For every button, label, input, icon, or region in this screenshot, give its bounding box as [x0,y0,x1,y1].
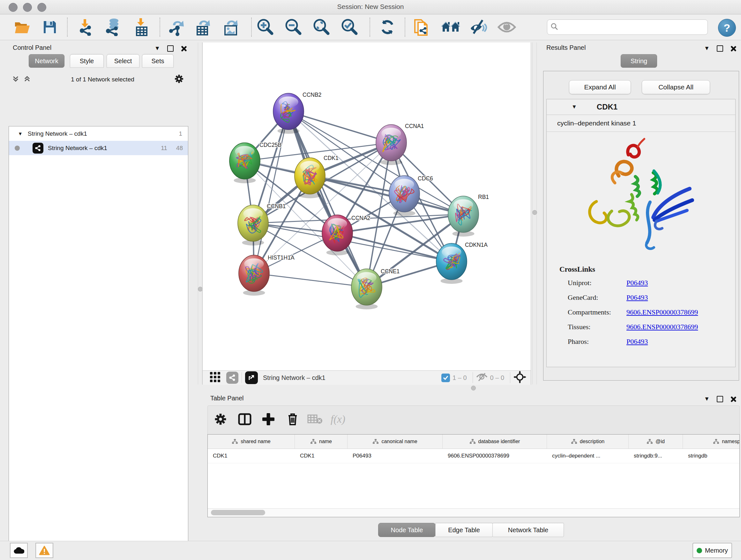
panel-float-icon[interactable] [167,45,174,52]
save-session-icon[interactable] [39,18,61,36]
tab-string[interactable]: String [621,54,657,68]
column-header-shared-name[interactable]: shared name [208,435,295,449]
node-HIST1H1A[interactable]: HIST1H1A [239,254,294,296]
search-input[interactable] [561,22,708,32]
column-header-database-identifier[interactable]: database identifier [443,435,547,449]
expand-all-button[interactable]: Expand All [569,80,631,94]
splitter-handle-icon[interactable] [198,287,203,292]
memory-button[interactable]: Memory [692,543,732,558]
node-CDKN1A[interactable]: CDKN1A [436,242,488,284]
zoom-fit-icon[interactable] [310,18,332,36]
panel-menu-icon[interactable]: ▼ [704,395,710,402]
crosslink-link[interactable]: 9606.ENSP00000378699 [626,323,698,331]
node-CDC25B[interactable]: CDC25B [229,142,281,183]
selected-checkbox-icon[interactable] [441,374,450,382]
column-header-canonical-name[interactable]: canonical name [347,435,443,449]
import-network-database-icon[interactable] [102,18,124,36]
gear-icon[interactable] [174,74,184,85]
tab-network[interactable]: Network [29,54,64,68]
column-header-description[interactable]: description [547,435,629,449]
grid-view-icon[interactable] [210,372,220,384]
panel-close-icon[interactable] [181,46,186,51]
import-table-file-icon[interactable] [131,18,152,36]
collapse-all-chevrons-icon[interactable] [12,75,19,84]
help-icon[interactable]: ? [718,19,736,37]
splitter-handle-icon[interactable] [532,210,537,215]
node-CCNE1[interactable]: CCNE1 [351,268,400,309]
open-in-window-icon[interactable] [245,371,258,384]
clone-network-icon[interactable] [410,18,432,36]
table-horizontal-scrollbar[interactable] [208,508,739,517]
crosslink-link[interactable]: 9606.ENSP00000378699 [626,308,698,316]
horizontal-splitter[interactable] [202,385,741,390]
tab-node-table[interactable]: Node Table [378,523,435,537]
network-collection-row[interactable]: ▼ String Network – cdk1 1 [9,126,188,141]
gear-icon[interactable] [211,410,230,428]
network-row[interactable]: String Network – cdk1 11 48 [9,141,188,155]
network-canvas[interactable]: CCNB2 CCNA1 CDC25B CDK1 CDC6 RB1 CCNB1 [202,43,531,370]
splitter-handle-icon[interactable] [471,386,476,390]
table-cell[interactable]: 9606.ENSP00000378699 [443,449,547,463]
refresh-icon[interactable] [377,18,398,36]
panel-float-icon[interactable] [717,396,723,402]
table-cell[interactable]: cyclin–dependent ... [547,449,629,463]
crosslink-link[interactable]: P06493 [626,294,648,302]
table-cell[interactable]: CDK1 [208,449,295,463]
panel-menu-icon[interactable]: ▼ [704,45,710,52]
edge-HIST1H1A-CCNE1[interactable] [254,273,367,287]
hidden-eye-icon[interactable] [476,373,488,383]
vertical-splitter-right[interactable] [532,43,537,384]
crosshair-icon[interactable] [514,371,526,385]
crosslink-link[interactable]: P06493 [626,337,648,346]
collection-expand-icon[interactable]: ▼ [18,131,23,136]
show-eye-icon[interactable] [496,18,518,36]
tab-edge-table[interactable]: Edge Table [435,523,493,537]
export-table-icon[interactable] [193,18,214,36]
entry-collapse-icon[interactable]: ▼ [571,104,577,110]
warning-button[interactable] [36,543,53,558]
share-network-icon[interactable] [226,372,239,384]
import-network-file-icon[interactable] [75,18,97,36]
tab-network-table[interactable]: Network Table [492,523,564,537]
crosslink-link[interactable]: P06493 [626,279,648,287]
table-cell[interactable]: CDK1 [295,449,347,463]
hide-panels-icon[interactable] [468,18,489,36]
column-header--id[interactable]: @id [629,435,683,449]
column-header-name[interactable]: name [295,435,347,449]
columns-icon[interactable] [235,410,254,428]
table-cell[interactable]: stringdb:9... [629,449,683,463]
tab-select[interactable]: Select [107,54,139,68]
panel-float-icon[interactable] [717,45,723,52]
panel-menu-icon[interactable]: ▼ [154,45,160,52]
cloud-button[interactable] [10,543,28,558]
open-session-icon[interactable] [11,18,33,36]
table-row[interactable]: CDK1CDK1P064939606.ENSP00000378699cyclin… [208,449,739,463]
home-networks-icon[interactable] [440,18,461,36]
edge-CCNB2-CCNA1[interactable] [288,111,391,143]
collapse-all-button[interactable]: Collapse All [642,80,710,94]
network-graph[interactable]: CCNB2 CCNA1 CDC25B CDK1 CDC6 RB1 CCNB1 [203,43,531,370]
delete-row-icon[interactable] [283,410,302,428]
node-CCNB2[interactable]: CCNB2 [273,91,321,134]
edge-CCNB2-CCNE1[interactable] [288,111,367,287]
panel-close-icon[interactable] [730,396,736,402]
tab-style[interactable]: Style [70,54,104,68]
scrollbar-thumb[interactable] [211,510,265,515]
search-field[interactable] [547,19,708,35]
vertical-splitter-left[interactable] [198,43,202,384]
tab-sets[interactable]: Sets [142,54,174,68]
table-cell[interactable]: stringdb [683,449,740,463]
zoom-in-icon[interactable] [254,18,276,36]
panel-close-icon[interactable] [730,46,736,51]
export-network-icon[interactable] [166,18,188,36]
zoom-out-icon[interactable] [282,18,304,36]
add-row-icon[interactable] [259,410,278,428]
edge-CCNB2-HIST1H1A[interactable] [254,111,288,273]
table-cell[interactable]: P06493 [347,449,443,463]
column-header-namespace[interactable]: namespace [683,435,740,449]
export-image-icon[interactable] [221,18,243,36]
expand-all-chevrons-icon[interactable] [23,75,31,84]
entry-header[interactable]: ▼ CDK1 [547,99,735,115]
node-RB1[interactable]: RB1 [448,194,489,237]
zoom-selected-icon[interactable] [338,18,360,36]
